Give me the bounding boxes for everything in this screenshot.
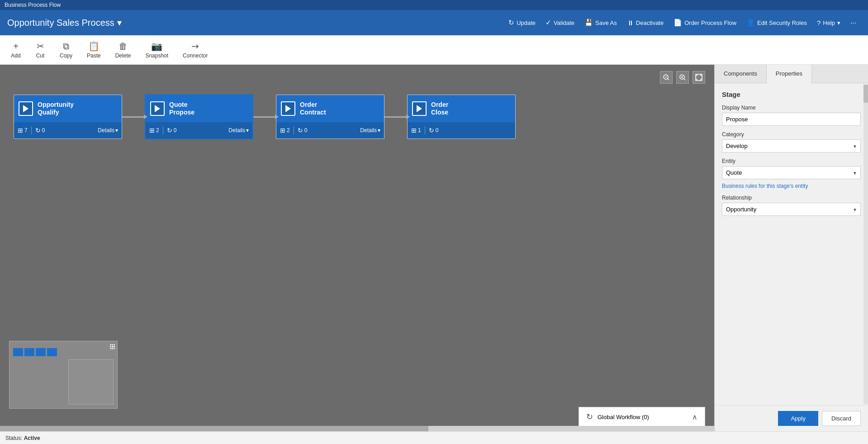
canvas-scrollbar-thumb[interactable] bbox=[0, 426, 428, 431]
snapshot-label: Snapshot bbox=[145, 53, 168, 59]
global-workflow[interactable]: ↻ Global Workflow (0) ∧ bbox=[579, 407, 705, 427]
stage-steps-quote-propose: ⊞ 2 bbox=[149, 127, 159, 134]
category-select[interactable]: Develop Qualify Propose Close bbox=[722, 139, 861, 153]
stage-conditions-count: 0 bbox=[436, 127, 439, 134]
paste-button[interactable]: 📋 Paste bbox=[81, 37, 107, 62]
panel-scrollbar-thumb[interactable] bbox=[863, 85, 868, 103]
stage-quote-propose[interactable]: QuotePropose ⊞ 2 ↻ 0 Details ▾ bbox=[145, 94, 253, 139]
svg-marker-16 bbox=[23, 105, 28, 112]
help-button[interactable]: ? Help ▾ bbox=[812, 16, 845, 29]
update-label: Update bbox=[517, 19, 536, 26]
zoom-in-button[interactable] bbox=[676, 71, 689, 84]
stage-conditions-quote-propose: ↻ 0 bbox=[167, 127, 177, 134]
minimap-viewport bbox=[68, 359, 114, 405]
stage-steps-opportunity-qualify: ⊞ 7 bbox=[18, 127, 28, 134]
relationship-label: Relationship bbox=[722, 195, 861, 201]
details-label: Details bbox=[228, 127, 245, 134]
stage-steps-count: 2 bbox=[156, 127, 159, 134]
display-name-input[interactable] bbox=[722, 113, 861, 126]
fit-view-button[interactable] bbox=[693, 71, 705, 84]
order-process-flow-button[interactable]: 📄 Order Process Flow bbox=[669, 16, 741, 29]
edit-security-roles-button[interactable]: 👤 Edit Security Roles bbox=[742, 16, 811, 29]
entity-select[interactable]: Quote Opportunity Order bbox=[722, 166, 861, 179]
snapshot-button[interactable]: 📷 Snapshot bbox=[139, 37, 175, 62]
global-workflow-chevron: ∧ bbox=[692, 413, 697, 421]
stage-footer-opportunity-qualify: ⊞ 7 ↻ 0 Details ▾ bbox=[14, 122, 122, 138]
stage-header-order-contract: OrderContract bbox=[276, 95, 384, 122]
global-workflow-icon: ↻ bbox=[586, 412, 593, 422]
stage-footer-order-contract: ⊞ 2 ↻ 0 Details ▾ bbox=[276, 122, 384, 138]
tab-components[interactable]: Components bbox=[715, 65, 767, 83]
minimap-expand-button[interactable]: ⊞ bbox=[109, 342, 115, 351]
stage-icon-order-contract bbox=[281, 101, 295, 116]
canvas-area[interactable]: OpportunityQualify ⊞ 7 ↻ 0 Details ▾ bbox=[0, 65, 714, 431]
stage-steps-count: 7 bbox=[24, 127, 28, 134]
entity-label: Entity bbox=[722, 158, 861, 164]
more-icon: ⋯ bbox=[850, 19, 856, 26]
category-select-wrapper: Develop Qualify Propose Close bbox=[722, 139, 861, 153]
zoom-out-button[interactable] bbox=[660, 71, 673, 84]
copy-label: Copy bbox=[60, 53, 72, 59]
business-rules-link[interactable]: Business rules for this stage's entity bbox=[722, 183, 861, 189]
order-process-flow-label: Order Process Flow bbox=[684, 19, 736, 26]
app-title-text: Opportunity Sales Process bbox=[7, 18, 114, 28]
zoom-controls bbox=[660, 71, 705, 84]
connector-icon: ↗ bbox=[189, 40, 202, 53]
delete-icon: 🗑 bbox=[119, 41, 128, 52]
panel-tabs: Components Properties bbox=[715, 65, 868, 83]
apply-button[interactable]: Apply bbox=[778, 411, 818, 426]
status-value: Active bbox=[24, 435, 40, 441]
stat-divider bbox=[425, 126, 425, 134]
steps-icon: ⊞ bbox=[149, 127, 155, 134]
right-panel: Components Properties Stage Display Name… bbox=[714, 65, 868, 431]
svg-line-2 bbox=[668, 79, 669, 80]
details-button-order-contract[interactable]: Details ▾ bbox=[360, 127, 380, 134]
stage-footer-quote-propose: ⊞ 2 ↻ 0 Details ▾ bbox=[146, 122, 252, 138]
delete-button[interactable]: 🗑 Delete bbox=[109, 37, 138, 62]
relationship-select[interactable]: Opportunity bbox=[722, 203, 861, 216]
svg-rect-7 bbox=[696, 74, 702, 81]
cut-button[interactable]: ✂ Cut bbox=[29, 37, 52, 62]
stage-conditions-count: 0 bbox=[174, 127, 177, 134]
main-content: OpportunityQualify ⊞ 7 ↻ 0 Details ▾ bbox=[0, 65, 868, 431]
svg-marker-17 bbox=[155, 105, 160, 112]
details-button-quote-propose[interactable]: Details ▾ bbox=[228, 127, 249, 134]
connector-button[interactable]: ↗ Connector bbox=[176, 37, 214, 62]
copy-button[interactable]: ⧉ Copy bbox=[53, 37, 79, 62]
stage-title-order-contract: OrderContract bbox=[300, 101, 326, 116]
paste-label: Paste bbox=[87, 53, 101, 59]
update-button[interactable]: ↻ Update bbox=[504, 16, 540, 29]
stage-footer-order-close: ⊞ 1 ↻ 0 bbox=[408, 122, 515, 138]
canvas-scrollbar[interactable] bbox=[0, 426, 714, 431]
details-button-opportunity-qualify[interactable]: Details ▾ bbox=[98, 127, 118, 134]
stage-steps-count: 2 bbox=[287, 127, 290, 134]
minimap[interactable]: ⊞ bbox=[9, 341, 118, 409]
svg-marker-19 bbox=[417, 105, 422, 112]
svg-line-6 bbox=[684, 79, 685, 80]
conditions-icon: ↻ bbox=[429, 127, 434, 134]
stage-order-contract[interactable]: OrderContract ⊞ 2 ↻ 0 Details ▾ bbox=[276, 95, 384, 139]
add-button[interactable]: + Add bbox=[5, 37, 27, 62]
app-title[interactable]: Opportunity Sales Process ▾ bbox=[7, 17, 504, 28]
details-label: Details bbox=[98, 127, 114, 134]
deactivate-button[interactable]: ⏸ Deactivate bbox=[622, 16, 668, 29]
discard-button[interactable]: Discard bbox=[822, 411, 861, 426]
more-button[interactable]: ⋯ bbox=[846, 17, 861, 29]
paste-icon: 📋 bbox=[88, 41, 100, 52]
validate-button[interactable]: ✓ Validate bbox=[541, 16, 579, 29]
details-chevron: ▾ bbox=[378, 127, 380, 134]
edit-security-roles-label: Edit Security Roles bbox=[757, 19, 807, 26]
validate-label: Validate bbox=[554, 19, 574, 26]
stat-divider bbox=[163, 126, 163, 134]
stage-title-opportunity-qualify: OpportunityQualify bbox=[38, 101, 74, 116]
save-as-button[interactable]: 💾 Save As bbox=[580, 16, 621, 29]
tab-properties[interactable]: Properties bbox=[767, 65, 812, 83]
deactivate-icon: ⏸ bbox=[627, 19, 634, 27]
cut-icon: ✂ bbox=[37, 41, 44, 52]
connector-3 bbox=[384, 116, 407, 118]
panel-scrollbar[interactable] bbox=[863, 85, 868, 404]
stage-icon-order-close bbox=[412, 101, 427, 116]
stage-opportunity-qualify[interactable]: OpportunityQualify ⊞ 7 ↻ 0 Details ▾ bbox=[14, 95, 122, 139]
stage-order-close[interactable]: OrderClose ⊞ 1 ↻ 0 bbox=[407, 95, 516, 139]
stage-steps-count: 1 bbox=[418, 127, 421, 134]
